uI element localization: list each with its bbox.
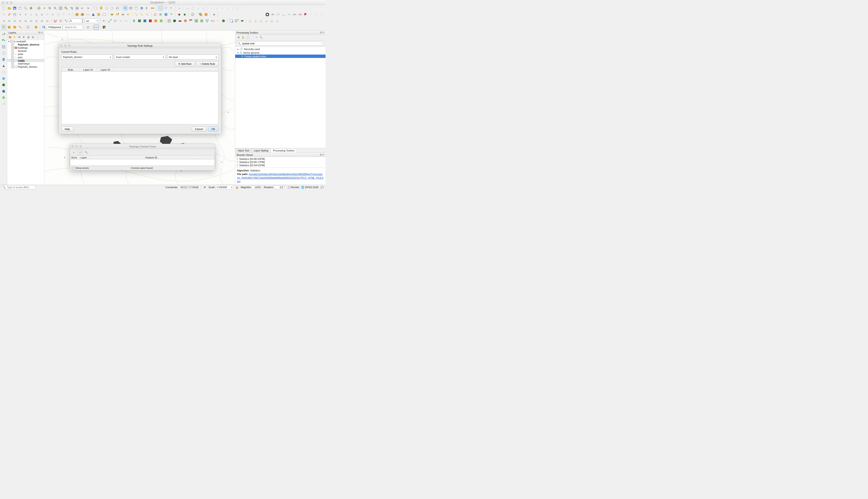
close-panel-icon[interactable]: ✕ bbox=[322, 31, 324, 34]
node-tool-1-icon[interactable]: ⋮ bbox=[239, 6, 244, 11]
statistics-icon[interactable]: Σ bbox=[145, 6, 150, 11]
new-scratch-layer-icon[interactable]: + bbox=[1, 101, 6, 107]
redo-icon[interactable]: ↷ bbox=[66, 12, 72, 17]
node-tool-2-icon[interactable]: ⋮ bbox=[244, 6, 249, 11]
layer-checkbox[interactable] bbox=[11, 47, 14, 49]
topo-editing-1-icon[interactable] bbox=[102, 19, 107, 23]
layer-selector-icon[interactable] bbox=[91, 12, 96, 17]
coordinate-value[interactable]: 361517,2736688 bbox=[178, 185, 201, 189]
zoom-in-icon[interactable] bbox=[47, 6, 52, 11]
layer-checkbox[interactable] bbox=[11, 66, 14, 68]
ok-button[interactable]: OK bbox=[208, 126, 219, 132]
processing-search-input[interactable] bbox=[242, 42, 321, 45]
messages-icon[interactable]: 💬 bbox=[320, 185, 324, 189]
show-errors-checkbox[interactable] bbox=[72, 167, 74, 169]
tree-vector-general[interactable]: ▾ＱVector general bbox=[235, 51, 326, 54]
maptips-icon[interactable] bbox=[158, 6, 163, 11]
layer-item-landuse[interactable]: landuse bbox=[7, 49, 44, 52]
layer-checkbox[interactable] bbox=[11, 62, 14, 65]
tree-create-spatial-index[interactable]: ✳Create spatial index bbox=[235, 54, 326, 58]
add-rule-button[interactable]: ✚Add Rule bbox=[175, 61, 195, 66]
shape-tool-3-icon[interactable]: ◇ bbox=[196, 6, 200, 11]
result-item[interactable]: ΣStatistics [02:54:01PM] bbox=[235, 164, 326, 167]
package-layers-icon[interactable] bbox=[74, 12, 80, 17]
label-tool-icon[interactable]: abc bbox=[110, 12, 114, 17]
mesh-tool-2-icon[interactable]: ▦ bbox=[7, 19, 12, 23]
dialog-zoom-icon[interactable] bbox=[80, 145, 82, 148]
misc-tool-2-icon[interactable]: ○ bbox=[314, 12, 319, 17]
locator-input[interactable] bbox=[7, 186, 34, 189]
validate-extent-icon[interactable]: ✔ bbox=[78, 150, 83, 155]
raster-grid-icon[interactable] bbox=[188, 19, 193, 23]
shape-tool-4-icon[interactable]: △ bbox=[201, 6, 206, 11]
add-spatialite-icon[interactable] bbox=[1, 63, 6, 69]
quickosm-icon[interactable] bbox=[167, 19, 172, 23]
node-tool-3-icon[interactable]: ⋮ bbox=[249, 6, 255, 11]
plugin-1-icon[interactable] bbox=[137, 19, 142, 23]
refresh-icon[interactable] bbox=[115, 6, 120, 11]
topo-tool-3-icon[interactable]: • bbox=[220, 6, 225, 11]
error-list[interactable]: Error Layer Feature ID bbox=[70, 156, 215, 166]
label-show-icon[interactable]: abc bbox=[120, 12, 125, 17]
node-tool-6-icon[interactable]: ⋮ bbox=[266, 6, 271, 11]
python-console-icon[interactable] bbox=[132, 19, 136, 23]
lock-tool-4-icon[interactable]: 🔒 bbox=[264, 19, 269, 23]
manage-themes-icon[interactable]: 👁 bbox=[17, 35, 21, 39]
text-annotation-icon[interactable]: T bbox=[169, 6, 174, 11]
crs-button[interactable]: 🌐EPSG:3106 bbox=[301, 186, 318, 189]
curve-tool-1-icon[interactable] bbox=[276, 12, 281, 17]
lrs-tool-1-icon[interactable]: 📏 bbox=[134, 12, 139, 17]
new-map-view-icon[interactable] bbox=[93, 6, 98, 11]
add-mesh-layer-icon[interactable] bbox=[1, 44, 6, 50]
no-action-icon[interactable]: ⊘ bbox=[177, 6, 182, 11]
vector-tool-b-icon[interactable]: ⬢ bbox=[182, 12, 187, 17]
osm-plugin-icon[interactable] bbox=[26, 25, 30, 30]
grid-frame-icon[interactable] bbox=[194, 19, 199, 23]
mesh-tool-5-icon[interactable]: ▦ bbox=[23, 19, 28, 23]
show-bookmarks-icon[interactable] bbox=[104, 6, 109, 11]
close-window-icon[interactable] bbox=[2, 1, 4, 4]
snapping-tolerance-spin[interactable]: 0 ▴▾ bbox=[69, 19, 84, 23]
new-vector-layer-icon[interactable] bbox=[85, 12, 90, 17]
binoculars-icon[interactable] bbox=[178, 19, 182, 23]
show-errors-toggle[interactable]: Show errors bbox=[72, 167, 89, 169]
layer-checkbox[interactable] bbox=[11, 53, 14, 56]
map-canvas[interactable]: Topology Rule Settings Current Rules Raj… bbox=[44, 31, 235, 185]
info-badge-icon[interactable]: i bbox=[221, 19, 226, 23]
deselect-all-icon[interactable] bbox=[12, 25, 17, 30]
scale-lock-icon[interactable]: 🔒 bbox=[235, 185, 239, 189]
current-edits-icon[interactable]: ✎ bbox=[1, 12, 6, 17]
save-project-icon[interactable] bbox=[12, 6, 17, 11]
layer-checkbox[interactable] bbox=[11, 59, 14, 62]
nominatim-search-box[interactable] bbox=[63, 25, 83, 29]
label-move-icon[interactable] bbox=[126, 12, 131, 17]
zoom-last-icon[interactable] bbox=[80, 6, 85, 11]
layer-item-pois[interactable]: • pois bbox=[7, 56, 44, 59]
snapping-enabled-icon[interactable] bbox=[53, 19, 58, 23]
toggle-extents-icon[interactable]: ✥ bbox=[203, 185, 207, 189]
add-wcs-icon[interactable] bbox=[1, 95, 6, 100]
render-checkbox[interactable] bbox=[288, 186, 291, 188]
results-list[interactable]: ΣStatistics [03:06:52PM] ΣStatistics [03… bbox=[235, 157, 326, 167]
mesh-tool-3-icon[interactable]: ▦ bbox=[12, 19, 17, 23]
topo-editing-5-icon[interactable] bbox=[124, 19, 129, 23]
routing-icon[interactable] bbox=[34, 25, 38, 30]
render-toggle[interactable]: Render bbox=[288, 186, 299, 188]
new-geopackage-icon[interactable] bbox=[102, 12, 107, 17]
close-panel-icon[interactable]: ✕ bbox=[41, 31, 43, 34]
clear-search-icon[interactable]: ✕ bbox=[321, 42, 323, 45]
delete-rule-button[interactable]: ━Delete Rule bbox=[196, 61, 219, 66]
remove-layer-icon[interactable]: － bbox=[35, 35, 39, 39]
pan-icon[interactable] bbox=[36, 6, 41, 11]
wave-icon[interactable] bbox=[216, 19, 220, 23]
flag-tool-icon[interactable] bbox=[303, 12, 308, 17]
annotation-tool-icon[interactable] bbox=[163, 6, 169, 11]
add-raster-layer-icon[interactable] bbox=[1, 38, 6, 43]
result-item[interactable]: ΣStatistics [03:06:52PM] bbox=[235, 157, 326, 160]
undock-icon[interactable]: ⧉ bbox=[320, 153, 322, 156]
shape-tool-1-icon[interactable]: ▭ bbox=[185, 6, 190, 11]
buffer-tool-icon[interactable] bbox=[158, 12, 163, 17]
add-virtual-layer-icon[interactable] bbox=[1, 70, 6, 75]
layer2-select[interactable]: No layer bbox=[167, 54, 219, 60]
layer-styling-icon[interactable]: 🎨 bbox=[8, 35, 12, 39]
